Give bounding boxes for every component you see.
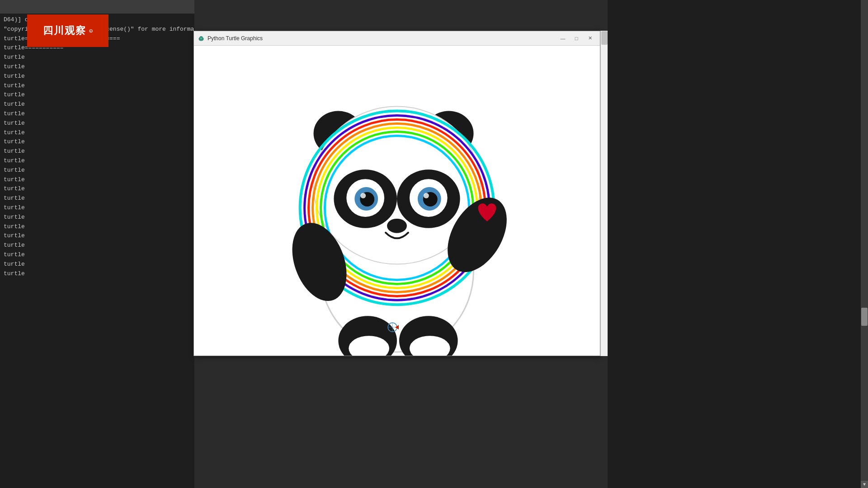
- svg-point-25: [424, 193, 429, 198]
- svg-point-3: [202, 39, 203, 40]
- terminal-line-23: turtle: [4, 250, 191, 260]
- turtle-canvas: [194, 46, 600, 356]
- terminal-line-12: turtle: [4, 147, 191, 156]
- terminal-right: [608, 0, 861, 488]
- panda-drawing: [194, 46, 600, 356]
- svg-point-26: [387, 219, 407, 233]
- turtle-icon: [198, 35, 205, 42]
- terminal-line-13: turtle: [4, 156, 191, 166]
- scrollbar-thumb: [601, 31, 608, 45]
- terminal-line-5: turtle: [4, 81, 191, 91]
- logo-icon: ⊙: [89, 27, 93, 35]
- terminal-line-6: turtle: [4, 90, 191, 100]
- terminal-line-3: turtle: [4, 62, 191, 72]
- terminal-line-24: turtle: [4, 260, 191, 269]
- logo-banner: 四川观察 ⊙: [27, 14, 108, 47]
- terminal-line-2: turtle: [4, 53, 191, 62]
- terminal-line-16: turtle: [4, 184, 191, 194]
- terminal-line-14: turtle: [4, 166, 191, 175]
- terminal-line-4: turtle: [4, 72, 191, 81]
- svg-point-2: [199, 39, 201, 40]
- terminal-line-17: turtle: [4, 194, 191, 203]
- window-controls: — □ ✕: [557, 33, 596, 43]
- maximize-button[interactable]: □: [570, 33, 583, 43]
- terminal-line-19: turtle: [4, 213, 191, 222]
- terminal-line-9: turtle: [4, 119, 191, 128]
- terminal-line-21: turtle: [4, 231, 191, 241]
- turtle-window-title: Python Turtle Graphics: [208, 35, 557, 42]
- scrollbar-down-arrow[interactable]: ▼: [861, 481, 868, 488]
- terminal-line-8: turtle: [4, 109, 191, 119]
- main-scrollbar[interactable]: ▼: [861, 0, 868, 488]
- terminal-panel: D64)] on win32 "copyright", "credits" or…: [0, 0, 194, 488]
- svg-point-24: [360, 193, 366, 198]
- turtle-title-bar: Python Turtle Graphics — □ ✕: [194, 31, 600, 46]
- svg-point-4: [200, 36, 202, 38]
- terminal-line-7: turtle: [4, 100, 191, 109]
- turtle-window-scrollbar[interactable]: [600, 31, 608, 356]
- terminal-line-10: turtle: [4, 128, 191, 138]
- terminal-top-bar: [0, 0, 194, 14]
- terminal-line-11: turtle: [4, 137, 191, 147]
- main-scrollbar-thumb: [861, 308, 868, 326]
- terminal-line-18: turtle: [4, 203, 191, 213]
- turtle-window: Python Turtle Graphics — □ ✕: [193, 31, 600, 356]
- minimize-button[interactable]: —: [557, 33, 569, 43]
- terminal-line-25: turtle: [4, 269, 191, 279]
- terminal-content: D64)] on win32 "copyright", "credits" or…: [0, 14, 194, 280]
- logo-text: 四川观察: [43, 24, 86, 38]
- terminal-line-20: turtle: [4, 222, 191, 232]
- terminal-line-15: turtle: [4, 175, 191, 185]
- close-button[interactable]: ✕: [584, 33, 596, 43]
- terminal-line-22: turtle: [4, 241, 191, 250]
